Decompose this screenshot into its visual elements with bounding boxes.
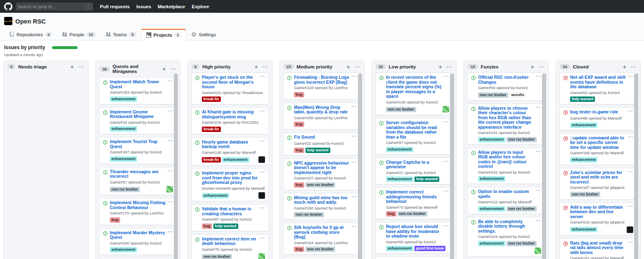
column-scrollbar[interactable] (174, 73, 178, 259)
card-menu-button[interactable]: ··· (260, 171, 265, 185)
card-menu-button[interactable]: ··· (168, 110, 173, 119)
issue-card[interactable]: Not all EXP award and skill events have … (559, 73, 637, 104)
card-menu-button[interactable]: ··· (168, 170, 173, 179)
issue-title-link[interactable]: Player's get stuck on the second floor o… (202, 75, 258, 89)
issue-title-link[interactable]: In recent versions of the client the gam… (386, 75, 442, 99)
card-menu-button[interactable]: ··· (352, 75, 357, 85)
issue-card[interactable]: Implement Watch Tower Quest···Game#183 o… (99, 77, 177, 104)
card-menu-button[interactable]: ··· (444, 75, 449, 99)
issue-card[interactable]: Man(Men) Wrong Drop table, quantity & dr… (283, 103, 361, 130)
issue-title-link[interactable]: Zeke's scimitar prices for steel and mit… (570, 170, 626, 185)
nav-link-explore[interactable]: Explore (192, 4, 209, 9)
issue-title-link[interactable]: Add a way to differentiate between dev a… (570, 205, 626, 219)
issue-title-link[interactable]: Mining guild mine has too much mith and … (294, 195, 350, 205)
issue-card[interactable]: Able to clean muddy guam at lvl 1 [Bug]·… (283, 257, 361, 259)
tab-projects[interactable]: Projects1 (141, 29, 187, 40)
column-menu-button[interactable]: ··· (78, 64, 84, 69)
issue-card[interactable]: Fix Sound···Game#22 opened by Kenix3bugh… (283, 132, 361, 155)
issue-title-link[interactable]: Man(Men) Wrong Drop table, quantity & dr… (294, 105, 350, 115)
issue-card[interactable]: Validate that a human is creating charac… (191, 204, 269, 231)
issue-card[interactable]: Player's get stuck on the second floor o… (191, 73, 269, 104)
card-menu-button[interactable]: ··· (444, 190, 449, 204)
card-menu-button[interactable]: ··· (352, 195, 357, 205)
column-scrollbar[interactable] (634, 73, 638, 259)
issue-title-link[interactable]: Implement Watch Tower Quest (110, 80, 166, 89)
issue-card[interactable]: Allow players to input RGB and/or hex co… (467, 148, 545, 184)
issue-title-link[interactable]: Implement Gnome Restaurant Minigame (110, 110, 166, 119)
issue-title-link[interactable]: Official RSC non-Kosher Changes (478, 75, 534, 85)
issue-title-link[interactable]: Implement Missing Fishing Contest Behavi… (110, 200, 166, 210)
issue-title-link[interactable]: Thrander messages are incorrect (110, 170, 166, 179)
issue-title-link[interactable]: Server configuration variables should be… (386, 120, 442, 139)
column-menu-button[interactable]: ··· (539, 64, 545, 69)
add-card-button[interactable]: + (623, 65, 626, 69)
issue-title-link[interactable]: Allow players to choose their character'… (478, 106, 534, 130)
issue-card[interactable]: Allow players to choose their character'… (467, 104, 545, 145)
issue-card[interactable]: Implement correct adding/removing friend… (375, 187, 453, 219)
card-menu-button[interactable]: ··· (260, 110, 265, 119)
card-menu-button[interactable]: ··· (260, 75, 265, 89)
issue-title-link[interactable]: bug tester in-game role (570, 110, 626, 115)
issue-card[interactable]: Add a way to differentiate between dev a… (559, 202, 637, 235)
project-title[interactable]: Issues by priority (4, 45, 45, 50)
issue-card[interactable]: Option to enable custom spells···Game#12… (467, 187, 545, 214)
assignee-avatar[interactable] (535, 247, 541, 254)
nav-link-pull-requests[interactable]: Pull requests (100, 4, 130, 9)
add-card-button[interactable]: + (70, 65, 74, 69)
issue-card[interactable]: Hourly game database backup event···Game… (191, 137, 269, 166)
assignee-avatar[interactable] (258, 192, 265, 199)
issue-title-link[interactable]: Implement correct item on death behaviou… (202, 237, 258, 246)
issue-card[interactable]: Rats (big and small) drop rat tails almo… (559, 238, 637, 259)
issue-card[interactable]: Report abuse box should have ability for… (375, 222, 453, 254)
assignee-avatar[interactable] (443, 106, 449, 113)
issue-title-link[interactable]: Not all EXP award and skill events have … (570, 75, 626, 89)
tab-settings[interactable]: Settings (186, 29, 221, 40)
card-menu-button[interactable]: ··· (168, 139, 173, 149)
issue-title-link[interactable]: Report abuse box should have ability for… (386, 224, 442, 239)
tab-people[interactable]: People10 (57, 29, 100, 40)
issue-title-link[interactable]: Hourly game database backup event (202, 140, 258, 149)
nav-link-issues[interactable]: Issues (136, 4, 151, 9)
issue-title-link[interactable]: ::update command able to be set a specif… (570, 136, 626, 150)
issue-card[interactable]: Mining guild mine has too much mith and … (283, 193, 361, 220)
assignee-avatar[interactable] (627, 226, 633, 233)
issue-card[interactable]: Change Captcha to a generator···Game#21 … (375, 158, 453, 185)
card-menu-button[interactable]: ··· (628, 75, 633, 89)
issue-title-link[interactable]: Be able to completely disable lottery th… (478, 219, 534, 234)
card-menu-button[interactable]: ··· (168, 80, 173, 89)
issue-card[interactable]: Implement Tourist Trap Quest···Game#197 … (99, 137, 177, 164)
column-scrollbar[interactable] (542, 73, 546, 259)
issue-card[interactable]: NPC aggressive behaviour doesn't appear … (283, 158, 361, 190)
issue-card[interactable]: In recent versions of the client the gam… (375, 73, 453, 115)
column-menu-button[interactable]: ··· (447, 64, 452, 69)
column-menu-button[interactable]: ··· (631, 64, 637, 69)
issue-title-link[interactable]: Silk buy/sells for 0 gp at varrock cloth… (294, 225, 350, 240)
issue-title-link[interactable]: Allow players to input RGB and/or hex co… (478, 150, 534, 169)
column-scrollbar[interactable] (358, 73, 362, 259)
card-menu-button[interactable]: ··· (444, 224, 449, 239)
assignee-avatar[interactable] (258, 156, 265, 163)
issue-card[interactable]: Silk buy/sells for 0 gp at varrock cloth… (283, 223, 361, 254)
issue-title-link[interactable]: Implement proper nginx conf from dev int… (202, 171, 258, 185)
issue-card[interactable]: Zeke's scimitar prices for steel and mit… (559, 168, 637, 200)
issue-title-link[interactable]: Implement Tourist Trap Quest (110, 139, 166, 149)
card-menu-button[interactable]: ··· (352, 105, 357, 115)
assignee-avatar[interactable] (166, 186, 173, 193)
card-menu-button[interactable]: ··· (260, 207, 265, 216)
card-menu-button[interactable]: ··· (352, 225, 357, 240)
card-menu-button[interactable]: ··· (352, 161, 357, 175)
card-menu-button[interactable]: ··· (444, 160, 449, 170)
issue-card[interactable]: ::update command able to be set a specif… (559, 133, 637, 165)
search-input[interactable]: Search or jump to... / (16, 2, 93, 11)
issue-card[interactable]: Implement Gnome Restaurant Minigame···Ga… (99, 107, 177, 134)
card-menu-button[interactable]: ··· (536, 106, 541, 130)
card-menu-button[interactable]: ··· (168, 231, 173, 240)
column-menu-button[interactable]: ··· (170, 66, 176, 71)
column-scrollbar[interactable] (450, 73, 454, 259)
card-menu-button[interactable]: ··· (260, 140, 265, 149)
issue-title-link[interactable]: Rats (big and small) drop rat tails almo… (570, 241, 626, 255)
issue-title-link[interactable]: Fix Sound (294, 135, 350, 140)
add-card-button[interactable]: + (530, 65, 534, 69)
card-menu-button[interactable]: ··· (260, 237, 265, 246)
issue-card[interactable]: Be able to completely disable lottery th… (467, 217, 545, 257)
